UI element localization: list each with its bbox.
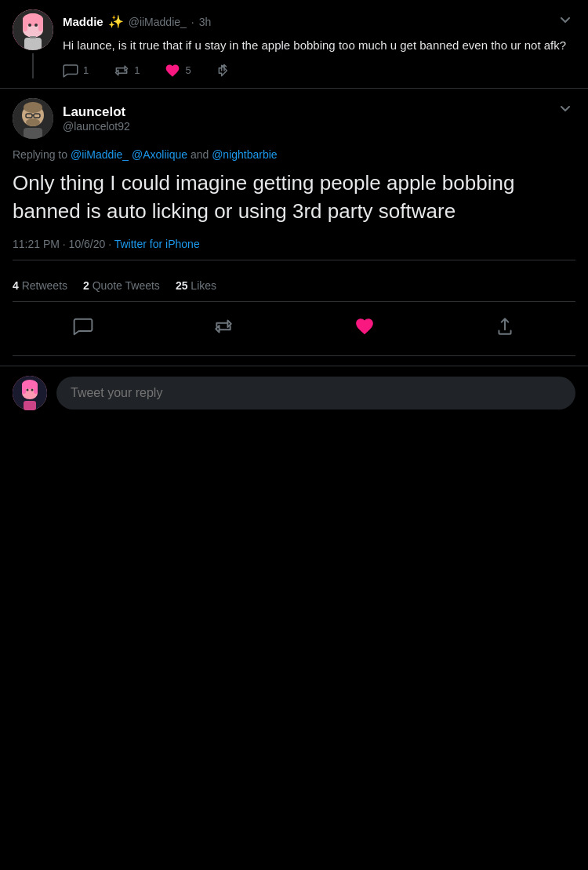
launcelot-header: Launcelot @launcelot92 (13, 98, 575, 139)
launcelot-username[interactable]: @launcelot92 (63, 120, 130, 133)
launcelot-tweet-actions (13, 302, 575, 356)
replying-to-axoliique[interactable]: @Axoliique (132, 148, 187, 161)
maddie-like-action[interactable]: 5 (165, 63, 191, 78)
svg-point-7 (34, 24, 38, 27)
quote-tweets-stat: 2 Quote Tweets (83, 279, 160, 292)
svg-point-6 (28, 24, 31, 27)
maddie-likes-count: 5 (185, 64, 191, 76)
maddie-user-info: Maddie ✨ @iiMaddie_ · 3h (63, 14, 211, 29)
detail-share-button[interactable] (488, 310, 521, 348)
detail-like-button[interactable] (348, 310, 381, 348)
maddie-reply-action[interactable]: 1 (63, 63, 89, 78)
svg-point-26 (31, 389, 34, 391)
reply-input-container (0, 366, 588, 420)
replying-to-nightbarbie[interactable]: @nightbarbie (212, 148, 278, 161)
svg-rect-4 (23, 17, 27, 31)
launcelot-tweet-meta: 11:21 PM · 10/6/20 · Twitter for iPhone (13, 238, 575, 260)
likes-stat: 25 Likes (176, 279, 216, 292)
maddie-timestamp: 3h (199, 16, 212, 28)
maddie-display-name: Maddie (63, 15, 103, 28)
reply-user-avatar (13, 376, 47, 410)
launcelot-name-block: Launcelot @launcelot92 (63, 104, 130, 133)
maddie-tweet: Maddie ✨ @iiMaddie_ · 3h Hi launce, is i… (0, 0, 588, 89)
thread-line (32, 53, 34, 78)
svg-rect-9 (30, 36, 36, 38)
launcelot-tweet-stats: 4 Retweets 2 Quote Tweets 25 Likes (13, 270, 575, 302)
likes-count: 25 (176, 279, 188, 292)
replying-to-line: Replying to @iiMaddie_ @Axoliique and @n… (13, 148, 575, 161)
heart-icon (165, 63, 180, 78)
maddie-tweet-actions: 1 1 (63, 63, 575, 78)
svg-rect-27 (24, 401, 36, 410)
svg-rect-18 (24, 128, 42, 139)
thread-left (13, 9, 53, 78)
launcelot-tweet-text: Only thing I could imagine getting peopl… (13, 169, 575, 226)
svg-point-13 (24, 102, 42, 113)
maddie-retweet-count: 1 (134, 64, 140, 76)
twitter-for-iphone-link[interactable]: Twitter for iPhone (114, 238, 200, 250)
replying-to-maddie[interactable]: @iiMaddie_ (71, 148, 129, 161)
meta-dot: · (108, 238, 114, 250)
launcelot-more-button[interactable] (555, 98, 575, 122)
svg-point-14 (26, 118, 40, 126)
reply-text-input[interactable] (56, 377, 575, 410)
maddie-avatar[interactable] (13, 9, 53, 50)
detail-retweet-button[interactable] (207, 310, 240, 348)
launcelot-user-info: Launcelot @launcelot92 (13, 98, 130, 139)
retweets-stat: 4 Retweets (13, 279, 67, 292)
retweets-count: 4 (13, 279, 19, 292)
likes-label: Likes (191, 279, 216, 292)
quote-tweets-label: Quote Tweets (93, 279, 160, 292)
svg-rect-5 (38, 17, 43, 31)
launcelot-avatar[interactable] (13, 98, 53, 139)
svg-rect-24 (34, 383, 38, 394)
comment-icon (63, 63, 78, 78)
launcelot-display-name: Launcelot (63, 104, 130, 120)
maddie-tweet-text: Hi launce, is it true that if u stay in … (63, 37, 575, 55)
maddie-retweet-action[interactable]: 1 (114, 63, 140, 78)
svg-rect-8 (24, 38, 42, 50)
maddie-sparkle: ✨ (108, 14, 124, 29)
tweet-timestamp: 11:21 PM · 10/6/20 (13, 238, 105, 250)
svg-point-25 (27, 389, 29, 391)
maddie-share-action[interactable] (216, 63, 232, 78)
maddie-dot: · (191, 16, 194, 28)
retweet-icon (114, 63, 129, 78)
replying-and: and (191, 148, 209, 161)
maddie-meta-row: Maddie ✨ @iiMaddie_ · 3h (63, 9, 575, 34)
retweets-label: Retweets (22, 279, 67, 292)
detail-comment-button[interactable] (67, 310, 100, 348)
svg-rect-23 (22, 383, 26, 394)
maddie-reply-count: 1 (83, 64, 89, 76)
share-icon (216, 63, 232, 78)
maddie-more-button[interactable] (555, 9, 575, 34)
replying-label: Replying to (13, 148, 67, 161)
launcelot-tweet-detail: Launcelot @launcelot92 Replying to @iiMa… (0, 89, 588, 367)
maddie-username[interactable]: @iiMaddie_ (129, 16, 187, 28)
quote-tweets-count: 2 (83, 279, 89, 292)
